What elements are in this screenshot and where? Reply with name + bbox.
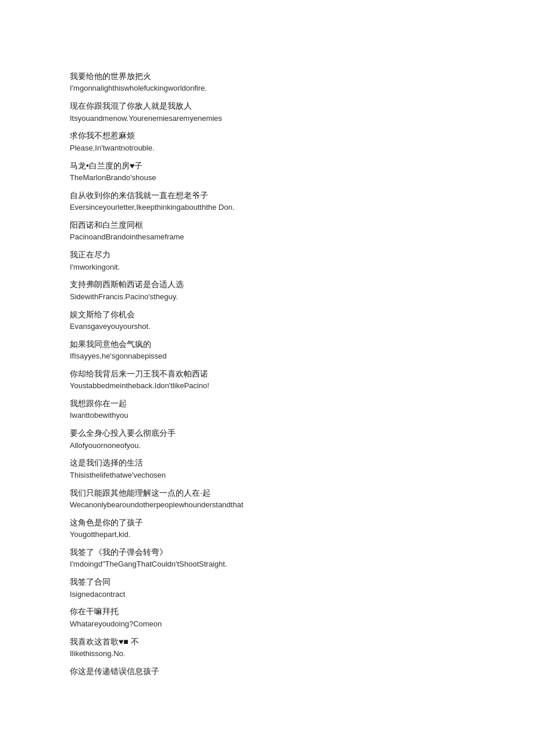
chinese-text-2: 求你我不想惹麻烦 [70, 129, 500, 142]
english-text-6: I'mworkingonit. [70, 261, 500, 274]
line-pair-10: 你却给我背后来一刀王我不喜欢帕西诺Youstabbedmeintheback.I… [70, 367, 500, 392]
english-text-14: Wecanonlybearoundotherpeoplewhounderstan… [70, 499, 500, 511]
chinese-text-6: 我正在尽力 [70, 248, 500, 261]
line-pair-9: 如果我同意他会气疯的IfIsayyes,he'sgonnabepissed [70, 338, 500, 363]
chinese-text-15: 这角色是你的了孩子 [70, 516, 500, 529]
english-text-13: Thisisthelifethatwe'vechosen [70, 470, 500, 482]
english-text-11: Iwanttobewithyou [70, 410, 500, 422]
line-pair-5: 阳西诺和白兰度同框PacinoandBrandointhesameframe [70, 218, 500, 243]
chinese-text-13: 这是我们选择的生活 [70, 456, 500, 469]
chinese-text-10: 你却给我背后来一刀王我不喜欢帕西诺 [70, 367, 500, 380]
chinese-text-18: 你在干嘛拜托 [70, 605, 500, 618]
line-pair-17: 我签了合同Isignedacontract [70, 575, 500, 600]
english-text-8: Evansgaveyouyourshot. [70, 321, 500, 333]
english-text-9: IfIsayyes,he'sgonnabepissed [70, 350, 500, 363]
chinese-text-12: 要么全身心投入要么彻底分手 [70, 427, 500, 439]
chinese-text-7: 支持弗朗西斯帕西诺是合适人选 [70, 278, 500, 291]
chinese-text-1: 现在你跟我混了你敌人就是我敌人 [70, 99, 500, 112]
chinese-text-19: 我喜欢这首歌♥■ 不 [70, 635, 500, 648]
line-pair-18: 你在干嘛拜托Whatareyoudoing?Comeon [70, 605, 500, 630]
english-text-18: Whatareyoudoing?Comeon [70, 618, 500, 630]
main-content: 我要给他的世界放把火I'mgonnalighthiswholefuckingwo… [0, 0, 535, 725]
chinese-text-11: 我想跟你在一起 [70, 397, 500, 410]
english-text-12: Allofyouornoneofyou. [70, 440, 500, 452]
chinese-text-20: 你这是传递错误信息孩子 [70, 665, 500, 678]
line-pair-3: 马龙•白兰度的房♥子TheMarlonBrando'shouse [70, 159, 500, 184]
line-pair-6: 我正在尽力I'mworkingonit. [70, 248, 500, 273]
line-pair-20: 你这是传递错误信息孩子 [70, 665, 500, 678]
english-text-15: Yougotthepart,kid. [70, 529, 500, 541]
line-pair-1: 现在你跟我混了你敌人就是我敌人Itsyouandmenow.Yourenemie… [70, 99, 500, 124]
line-pair-11: 我想跟你在一起Iwanttobewithyou [70, 397, 500, 422]
english-text-5: PacinoandBrandointhesameframe [70, 231, 500, 243]
chinese-text-3: 马龙•白兰度的房♥子 [70, 159, 500, 172]
line-pair-19: 我喜欢这首歌♥■ 不Ilikethissong.No. [70, 635, 500, 660]
english-text-10: Youstabbedmeintheback.Idon'tlikePacino! [70, 380, 500, 392]
chinese-text-5: 阳西诺和白兰度同框 [70, 218, 500, 231]
english-text-17: Isignedacontract [70, 589, 500, 601]
english-text-4: Eversinceyourletter,Ikeepthinkingaboutth… [70, 202, 500, 214]
line-pair-8: 娱文斯给了你机会Evansgaveyouyourshot. [70, 308, 500, 333]
english-text-19: Ilikethissong.No. [70, 648, 500, 660]
line-pair-7: 支持弗朗西斯帕西诺是合适人选SidewithFrancis.Pacino'sth… [70, 278, 500, 303]
line-pair-0: 我要给他的世界放把火I'mgonnalighthiswholefuckingwo… [70, 70, 500, 95]
chinese-text-8: 娱文斯给了你机会 [70, 308, 500, 321]
chinese-text-4: 自从收到你的来信我就一直在想老爷子 [70, 189, 500, 202]
english-text-16: I'mdoingd"TheGangThatCouldn'tShootStraig… [70, 558, 500, 571]
chinese-text-9: 如果我同意他会气疯的 [70, 338, 500, 350]
chinese-text-17: 我签了合同 [70, 575, 500, 588]
chinese-text-14: 我们只能跟其他能理解这一点的人在·起 [70, 486, 500, 499]
english-text-2: Please,In'twantnotrouble. [70, 142, 500, 155]
line-pair-4: 自从收到你的来信我就一直在想老爷子Eversinceyourletter,Ike… [70, 189, 500, 214]
line-pair-14: 我们只能跟其他能理解这一点的人在·起Wecanonlybearoundother… [70, 486, 500, 511]
english-text-7: SidewithFrancis.Pacino'stheguy. [70, 291, 500, 303]
english-text-3: TheMarlonBrando'shouse [70, 172, 500, 184]
line-pair-13: 这是我们选择的生活Thisisthelifethatwe'vechosen [70, 456, 500, 481]
english-text-1: Itsyouandmenow.Yourenemiesaremyenemies [70, 113, 500, 125]
chinese-text-0: 我要给他的世界放把火 [70, 70, 500, 83]
english-text-0: I'mgonnalighthiswholefuckingworldonfire. [70, 83, 500, 95]
chinese-text-16: 我签了《我的子弹会转弯》 [70, 546, 500, 558]
line-pair-12: 要么全身心投入要么彻底分手Allofyouornoneofyou. [70, 427, 500, 452]
line-pair-2: 求你我不想惹麻烦Please,In'twantnotrouble. [70, 129, 500, 154]
line-pair-15: 这角色是你的了孩子Yougotthepart,kid. [70, 516, 500, 541]
line-pair-16: 我签了《我的子弹会转弯》I'mdoingd"TheGangThatCouldn'… [70, 546, 500, 571]
